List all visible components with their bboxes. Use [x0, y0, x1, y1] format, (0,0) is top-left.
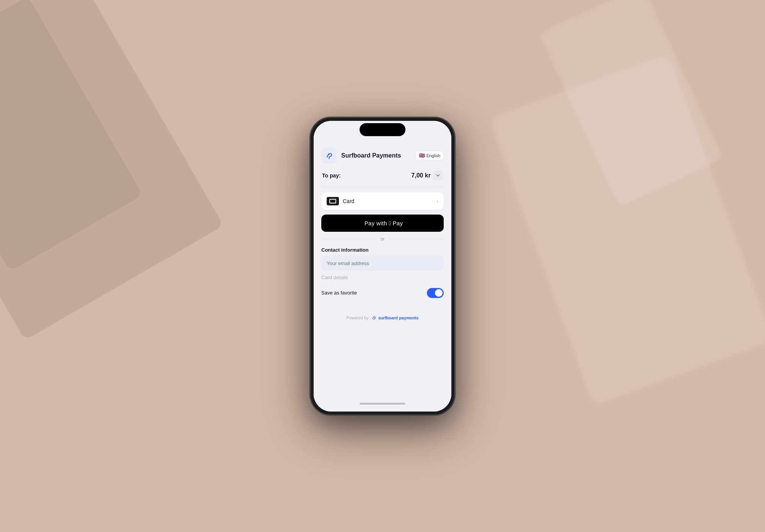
to-pay-amount-group: 7,00 kr	[411, 171, 443, 181]
svg-point-0	[325, 151, 334, 160]
card-icon	[329, 199, 336, 203]
brand-name: surfboard payments	[378, 316, 419, 320]
card-icon-box	[327, 197, 339, 205]
or-line-left	[321, 239, 377, 239]
card-row-chevron: ›	[436, 198, 438, 204]
flag-icon: 🇬🇧	[419, 153, 425, 158]
or-text: or	[381, 236, 385, 242]
apple-pay-text: Pay with  Pay	[365, 220, 403, 226]
to-pay-label: To pay:	[322, 172, 341, 179]
email-input[interactable]	[321, 256, 444, 271]
save-favorite-label: Save as favorite	[321, 290, 357, 296]
app-name: Surfboard Payments	[341, 152, 412, 159]
contact-section-title: Contact information	[321, 247, 444, 253]
amount-chevron-button[interactable]	[433, 171, 443, 181]
top-divider	[321, 187, 444, 187]
language-button[interactable]: 🇬🇧 English	[415, 151, 444, 160]
or-line-right	[388, 239, 444, 239]
apple-pay-button[interactable]: Pay with  Pay	[321, 215, 444, 232]
screen-content: Surfboard Payments 🇬🇧 English To pay: 7,…	[314, 121, 451, 412]
app-logo	[321, 148, 337, 164]
save-favorite-toggle[interactable]	[427, 288, 444, 298]
powered-by-footer: Powered by surfboard payments	[321, 315, 444, 321]
dynamic-island	[360, 123, 405, 136]
powered-by-text: Powered by	[347, 316, 369, 320]
to-pay-amount: 7,00 kr	[411, 172, 431, 179]
powered-logo: surfboard payments	[371, 315, 419, 321]
home-indicator	[360, 403, 405, 405]
phone-screen: Surfboard Payments 🇬🇧 English To pay: 7,…	[314, 121, 451, 412]
save-favorite-row: Save as favorite	[321, 286, 444, 299]
or-divider-row: or	[321, 236, 444, 242]
card-label: Card	[343, 198, 436, 204]
to-pay-row: To pay: 7,00 kr	[321, 171, 444, 181]
card-row[interactable]: Card ›	[321, 192, 444, 210]
phone-frame: Surfboard Payments 🇬🇧 English To pay: 7,…	[310, 117, 455, 415]
card-details-label: Card details	[321, 275, 444, 280]
app-header: Surfboard Payments 🇬🇧 English	[321, 148, 444, 164]
toggle-knob	[435, 289, 443, 297]
svg-point-1	[328, 153, 330, 155]
svg-point-3	[373, 316, 374, 317]
lang-label: English	[426, 153, 440, 158]
